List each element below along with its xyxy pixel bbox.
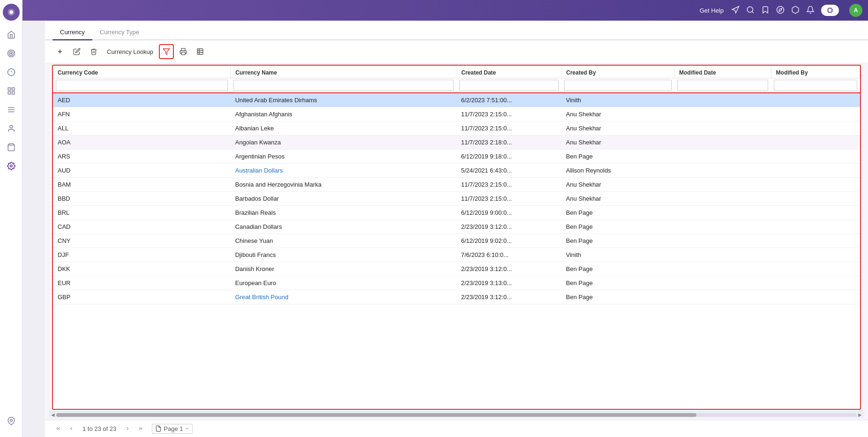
scrollbar-track[interactable] — [56, 413, 857, 417]
cell-modified_date — [674, 206, 771, 220]
sidebar-item-bag[interactable] — [3, 139, 20, 156]
first-page-button[interactable] — [52, 423, 64, 434]
compass-icon[interactable] — [776, 6, 785, 15]
table-row[interactable]: AFNAfghanistan Afghanis11/7/2023 2:15:0.… — [53, 107, 860, 121]
export-button[interactable] — [193, 44, 208, 59]
cell-modified_by — [771, 206, 860, 220]
main-content: Currency Currency Type + Currency Lookup — [45, 21, 868, 437]
filter-button[interactable] — [159, 44, 174, 59]
filter-modified-by-input[interactable] — [774, 80, 857, 91]
print-button[interactable] — [176, 44, 191, 59]
excel-icon — [196, 48, 204, 55]
cube-icon[interactable] — [791, 6, 800, 15]
header-modified-by[interactable]: Modified By — [771, 66, 860, 78]
sidebar-item-grid[interactable] — [3, 83, 20, 99]
svg-rect-38 — [197, 49, 203, 54]
cell-created_date: 2/23/2019 3:12:0... — [456, 220, 561, 234]
header-created-date[interactable]: Created Date — [456, 66, 561, 78]
table-row[interactable]: BRLBrazilian Reals6/12/2019 9:00:0...Ben… — [53, 206, 860, 220]
bell-icon[interactable] — [806, 6, 815, 15]
table-row[interactable]: AOAAngolan Kwanza11/7/2023 2:18:0...Anu … — [53, 136, 860, 150]
cell-modified_by — [771, 150, 860, 164]
header-currency-code[interactable]: Currency Code — [53, 66, 231, 78]
filter-modified-date-input[interactable] — [677, 80, 769, 91]
table-row[interactable]: BBDBarbados Dollar11/7/2023 2:15:0...Anu… — [53, 192, 860, 206]
filter-created-date-input[interactable] — [459, 80, 559, 91]
svg-rect-9 — [12, 88, 14, 90]
get-help-link[interactable]: Get Help — [700, 7, 724, 14]
sidebar-item-settings[interactable] — [3, 158, 20, 174]
cell-modified_date — [674, 136, 771, 150]
last-page-button[interactable] — [135, 423, 146, 434]
scrollbar-thumb[interactable] — [56, 413, 696, 417]
filter-row — [53, 78, 860, 93]
header-currency-name[interactable]: Currency Name — [231, 66, 456, 78]
next-page-button[interactable] — [122, 423, 133, 434]
megaphone-icon[interactable] — [731, 6, 740, 15]
cell-modified_date — [674, 234, 771, 248]
cell-created_date: 6/12/2019 9:00:0... — [456, 206, 561, 220]
cell-created_by: Anu Shekhar — [561, 136, 674, 150]
header-modified-date[interactable]: Modified Date — [674, 66, 771, 78]
delete-button[interactable] — [86, 44, 101, 59]
header-created-by[interactable]: Created By — [561, 66, 674, 78]
table-row[interactable]: AUDAustralian Dollars5/24/2021 6:43:0...… — [53, 164, 860, 178]
table-row[interactable]: ARSArgentinian Pesos6/12/2019 9:18:0...B… — [53, 150, 860, 164]
filter-created-by-input[interactable] — [564, 80, 672, 91]
cell-modified_date — [674, 276, 771, 290]
table-row[interactable]: ALLAlbanian Leke11/7/2023 2:15:0...Anu S… — [53, 121, 860, 136]
tab-currency-type[interactable]: Currency Type — [92, 24, 147, 40]
scroll-left-arrow[interactable]: ◀ — [50, 412, 56, 418]
cell-code: DJF — [53, 248, 231, 262]
sidebar-item-circle[interactable] — [3, 64, 20, 81]
user-avatar[interactable]: A — [849, 4, 862, 17]
sidebar-item-home[interactable] — [3, 26, 20, 43]
scroll-right-arrow[interactable]: ▶ — [857, 412, 863, 418]
cell-created_by: Ben Page — [561, 150, 674, 164]
currency-lookup-label[interactable]: Currency Lookup — [103, 48, 157, 55]
cell-created_date: 6/12/2019 9:02:0... — [456, 234, 561, 248]
table-row[interactable]: BAMBosnia and Herzegovinia Marka11/7/202… — [53, 178, 860, 192]
cell-name: Chinese Yuan — [231, 234, 456, 248]
svg-point-4 — [10, 53, 12, 54]
edit-button[interactable] — [69, 44, 84, 59]
horizontal-scrollbar[interactable]: ◀ ▶ — [49, 411, 864, 418]
table-row[interactable]: CNYChinese Yuan6/12/2019 9:02:0...Ben Pa… — [53, 234, 860, 248]
cell-modified_by — [771, 107, 860, 121]
svg-line-20 — [752, 11, 753, 13]
last-page-icon — [138, 426, 143, 431]
cell-name: Canadian Dollars — [231, 220, 456, 234]
prev-page-button[interactable] — [66, 423, 77, 434]
svg-rect-37 — [181, 52, 185, 54]
page-select[interactable]: Page 1 — [152, 424, 193, 434]
cell-code: CNY — [53, 234, 231, 248]
ai-chip[interactable] — [821, 5, 839, 16]
cell-modified_by — [771, 164, 860, 178]
cell-modified_date — [674, 262, 771, 276]
table-row[interactable]: EUREuropean Euro2/23/2019 3:13:0...Ben P… — [53, 276, 860, 290]
tab-currency[interactable]: Currency — [52, 24, 92, 40]
page-dropdown-icon — [185, 426, 189, 431]
app-logo[interactable] — [3, 4, 20, 21]
table-row[interactable]: DJFDjibouti Francs7/6/2023 6:10:0...Vini… — [53, 248, 860, 262]
sidebar-item-user[interactable] — [3, 120, 20, 137]
svg-rect-8 — [8, 88, 10, 90]
filter-code-input[interactable] — [56, 80, 228, 91]
svg-point-18 — [10, 419, 12, 422]
bookmark-icon[interactable] — [761, 6, 770, 15]
table-row[interactable]: CADCanadian Dollars2/23/2019 3:12:0...Be… — [53, 220, 860, 234]
search-icon[interactable] — [746, 6, 755, 15]
sidebar-item-pin[interactable] — [3, 413, 20, 429]
cell-modified_date — [674, 121, 771, 136]
add-button[interactable]: + — [52, 44, 67, 59]
cell-created_by: Anu Shekhar — [561, 178, 674, 192]
table-row[interactable]: AEDUnited Arab Emirates Dirhams6/2/2023 … — [53, 93, 860, 107]
sidebar-item-bars[interactable] — [3, 101, 20, 118]
cell-name: Afghanistan Afghanis — [231, 107, 456, 121]
filter-name-input[interactable] — [233, 80, 454, 91]
table-row[interactable]: GBPGreat British Pound2/23/2019 3:12:0..… — [53, 290, 860, 304]
cell-created_date: 11/7/2023 2:15:0... — [456, 107, 561, 121]
table-row[interactable]: DKKDanish Kroner2/23/2019 3:12:0...Ben P… — [53, 262, 860, 276]
sidebar-item-target[interactable] — [3, 45, 20, 62]
svg-marker-22 — [779, 8, 782, 11]
